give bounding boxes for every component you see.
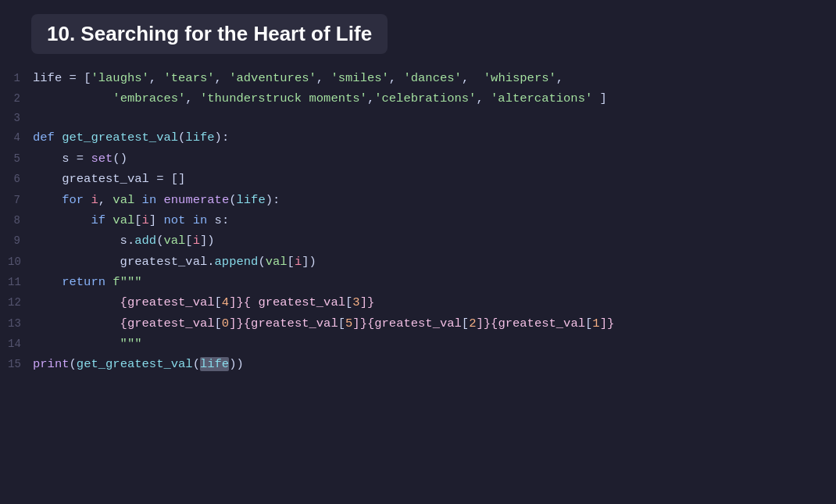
code-line: 12 {greatest_val[4]}{ greatest_val[3]} [8, 292, 836, 313]
token: val [113, 193, 141, 207]
token: greatest_val [33, 172, 156, 186]
token: i [295, 255, 302, 269]
line-number: 12 [8, 294, 33, 313]
line-number: 8 [8, 212, 33, 231]
code-line: 2 'embraces', 'thunderstruck moments','c… [8, 88, 836, 109]
line-content: if val[i] not in s: [33, 210, 229, 231]
token: i [142, 213, 149, 227]
line-content: for i, val in enumerate(life): [33, 190, 280, 210]
line-number: 2 [8, 90, 33, 109]
token: 'laughs' [91, 71, 148, 85]
token: 'embraces' [113, 91, 185, 105]
line-number: 11 [8, 273, 33, 292]
token: 'celebrations' [374, 91, 476, 105]
token [33, 275, 62, 289]
token: {greatest_val [244, 316, 338, 331]
token: get_greatest_val [62, 130, 178, 145]
token: , [98, 193, 113, 207]
line-content: {greatest_val[4]}{ greatest_val[3]} [33, 292, 374, 313]
line-content: greatest_val.append(val[i]) [33, 252, 316, 272]
token: greatest_val [33, 255, 207, 269]
token: , [367, 91, 374, 105]
code-line: 10 greatest_val.append(val[i]) [8, 252, 836, 272]
token: [ [338, 316, 345, 331]
token: for [62, 193, 91, 207]
token: return [62, 275, 113, 289]
token: 'adventures' [229, 71, 316, 85]
token: append [215, 255, 259, 269]
line-number: 4 [8, 129, 33, 148]
line-content: greatest_val = [] [33, 169, 185, 189]
token: {greatest_val [33, 316, 215, 331]
token: """ [33, 337, 142, 351]
token: ]} [600, 316, 615, 331]
token: ): [266, 193, 280, 207]
token: ]) [302, 255, 316, 269]
token: , [185, 91, 200, 105]
token: life [200, 357, 229, 371]
code-line: 13 {greatest_val[0]}{greatest_val[5]}{gr… [8, 313, 836, 334]
line-content: life = ['laughs', 'tears', 'adventures',… [33, 68, 563, 88]
token: set [91, 152, 113, 166]
line-number: 13 [8, 315, 33, 334]
code-line: 14 """ [8, 334, 836, 354]
token: {greatest_val [491, 316, 585, 331]
token: [ [462, 316, 469, 331]
token: 'altercations' [491, 91, 592, 105]
token: def [33, 130, 62, 145]
line-number: 9 [8, 232, 33, 251]
token: ] [592, 91, 607, 105]
token: ]} [229, 295, 244, 309]
token: [ [585, 316, 592, 331]
token: f""" [113, 275, 141, 289]
token: [ [215, 316, 222, 331]
token: () [113, 152, 127, 166]
token: not in [163, 213, 214, 227]
token: [ [134, 213, 141, 227]
token: 'smiles' [330, 71, 388, 85]
token: 'dances' [403, 71, 461, 85]
line-content: print(get_greatest_val(life)) [33, 354, 244, 374]
code-line: 3 [8, 109, 836, 128]
token: life [185, 130, 214, 145]
token: if [91, 213, 113, 227]
token: . [127, 234, 134, 248]
token: s: [215, 213, 230, 227]
line-content: 'embraces', 'thunderstruck moments','cel… [33, 88, 607, 109]
token: print [33, 357, 70, 371]
line-number: 3 [8, 109, 33, 128]
token: in [142, 193, 164, 207]
token: life [33, 71, 62, 85]
token: enumerate [163, 193, 229, 207]
token: get_greatest_val [77, 357, 193, 371]
token: , [476, 91, 491, 105]
token: ( [193, 357, 200, 371]
code-line: 7 for i, val in enumerate(life): [8, 190, 836, 210]
code-line: 5 s = set() [8, 148, 836, 169]
title-text: 10. Searching for the Heart of Life [47, 22, 372, 45]
token: , [316, 71, 331, 85]
token: ] [149, 213, 164, 227]
line-number: 6 [8, 170, 33, 189]
line-content: s = set() [33, 148, 127, 169]
token [33, 213, 91, 227]
token: s [33, 234, 127, 248]
token: i [91, 193, 98, 207]
token: , [149, 71, 164, 85]
line-number: 7 [8, 191, 33, 210]
token: ( [258, 255, 265, 269]
token: [ [345, 295, 352, 309]
token: [ [215, 295, 222, 309]
token: ): [215, 130, 230, 145]
code-line: 11 return f""" [8, 272, 836, 292]
token: 3 [352, 295, 359, 309]
code-line: 9 s.add(val[i]) [8, 231, 836, 251]
code-line: 4def get_greatest_val(life): [8, 127, 836, 148]
token: 'tears' [163, 71, 214, 85]
code-line: 8 if val[i] not in s: [8, 210, 836, 231]
line-content: {greatest_val[0]}{greatest_val[5]}{great… [33, 313, 614, 334]
token: i [193, 234, 200, 248]
token: 1 [592, 316, 599, 331]
token: 5 [345, 316, 352, 331]
token: = [62, 71, 84, 85]
